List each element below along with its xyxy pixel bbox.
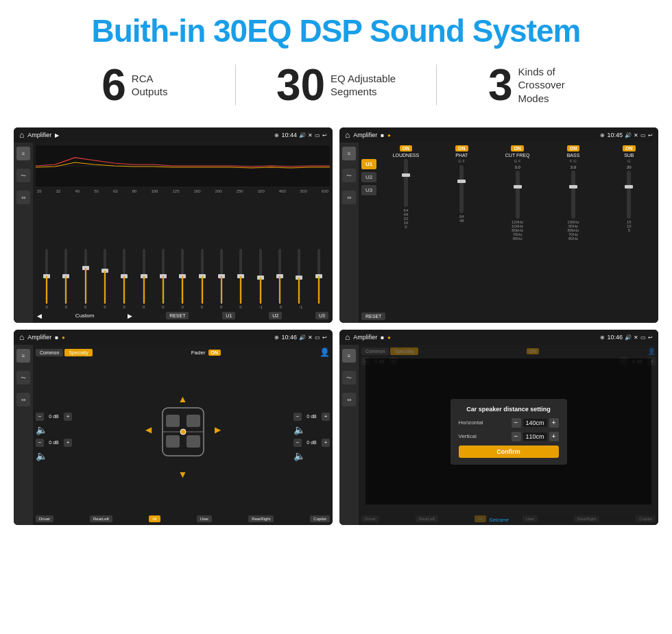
x-icon-3[interactable]: ✕ [308, 334, 313, 341]
horizontal-minus[interactable]: − [512, 418, 521, 428]
speaker-icon-left-top: 🔈 [36, 424, 47, 435]
screen-3: ⌂ Amplifier ■ ● ⊕ 10:46 🔊 ✕ ▭ ↩ ≡ 〜 ⇔ [14, 330, 333, 525]
home-icon-2[interactable]: ⌂ [345, 130, 350, 140]
plus-lt[interactable]: + [64, 413, 72, 421]
ch-phat: ON PHAT G F 64 48 [435, 145, 488, 310]
eq-u3-btn[interactable]: U3 [315, 312, 328, 319]
slider-25[interactable] [37, 249, 56, 304]
driver-btn[interactable]: Driver [36, 515, 53, 522]
slider-40[interactable] [76, 249, 95, 304]
tab-common-3[interactable]: Common [36, 349, 63, 356]
slider-630[interactable] [309, 249, 328, 304]
back-icon-4[interactable]: ↩ [648, 334, 653, 341]
plus-rt[interactable]: + [322, 413, 330, 421]
eq-next-btn[interactable]: ▶ [128, 313, 132, 319]
eq-reset-btn[interactable]: RESET [166, 312, 189, 319]
slider-160[interactable] [193, 249, 212, 304]
slider-50[interactable] [95, 249, 115, 304]
eq-prev-btn[interactable]: ◀ [37, 313, 42, 319]
sidebar2-btn-wave[interactable]: 〜 [342, 169, 356, 182]
confirm-button[interactable]: Confirm [459, 446, 559, 458]
horizontal-plus[interactable]: + [549, 418, 559, 428]
home-icon-1[interactable]: ⌂ [19, 130, 24, 140]
stat-crossover: 3 Kinds ofCrossover Modes [444, 63, 631, 107]
slider-100[interactable] [154, 249, 173, 304]
slider-80[interactable] [134, 249, 154, 304]
sidebar4-btn-eq[interactable]: ≡ [342, 349, 356, 363]
vol-icon-2: 🔊 [625, 132, 632, 138]
sidebar4-btn-arrows[interactable]: ⇔ [342, 393, 356, 406]
back-icon-2[interactable]: ↩ [648, 132, 653, 138]
fader-up[interactable]: ▲ [178, 393, 188, 404]
tab-specialty-3[interactable]: Specialty [64, 349, 92, 356]
back-icon-1[interactable]: ↩ [322, 132, 327, 138]
u3-preset[interactable]: U3 [361, 185, 376, 195]
minus-rb[interactable]: − [293, 439, 302, 447]
vertical-minus[interactable]: − [512, 432, 521, 441]
stat-label-crossover: Kinds ofCrossover Modes [518, 65, 586, 106]
ch-left-top: − 0 dB + [36, 413, 72, 421]
play-icon-1: ▶ [55, 132, 59, 138]
seicane-watermark: Seicane [489, 517, 509, 523]
fader-down[interactable]: ▼ [178, 469, 188, 480]
back-icon-3[interactable]: ↩ [322, 334, 327, 341]
x-icon-4[interactable]: ✕ [634, 334, 638, 341]
fader-left[interactable]: ◀ [145, 425, 152, 435]
sidebar3-btn-arrows[interactable]: ⇔ [16, 393, 30, 406]
sidebar-btn-eq[interactable]: ≡ [16, 147, 30, 160]
sidebar2-btn-eq[interactable]: ≡ [342, 147, 356, 160]
rearright-btn[interactable]: RearRight [248, 515, 274, 522]
sidebar-btn-arrows[interactable]: ⇔ [16, 191, 30, 204]
plus-rb[interactable]: + [322, 439, 330, 447]
slider-200[interactable] [212, 249, 231, 304]
page-header: Buith-in 30EQ DSP Sound System [0, 0, 672, 56]
plus-lb[interactable]: + [64, 439, 72, 447]
window-icon-4[interactable]: ▭ [640, 334, 646, 341]
slider-32[interactable] [56, 249, 75, 304]
slider-500[interactable] [289, 249, 309, 304]
minus-lb[interactable]: − [36, 439, 44, 447]
minus-rt[interactable]: − [293, 413, 302, 421]
slider-400[interactable] [270, 249, 289, 304]
u2-preset[interactable]: U2 [361, 172, 376, 182]
fader-right[interactable]: ▶ [215, 425, 221, 435]
window-icon-3[interactable]: ▭ [315, 334, 320, 341]
slider-320[interactable] [251, 249, 270, 304]
all-btn[interactable]: All [149, 515, 160, 522]
eq-panel: 25 32 40 50 63 80 100 125 160 200 250 32… [33, 143, 333, 323]
window-icon-1[interactable]: ▭ [315, 132, 320, 138]
user-btn[interactable]: User [197, 515, 213, 522]
eq-u2-btn[interactable]: U2 [269, 312, 282, 319]
sidebar-btn-wave[interactable]: 〜 [16, 169, 30, 182]
horizontal-label: Horizontal [459, 419, 483, 426]
speaker-icon-right-top: 🔈 [293, 424, 305, 435]
amp-reset-btn[interactable]: RESET [361, 313, 385, 320]
slider-125[interactable] [173, 249, 192, 304]
sidebar2-btn-arrows[interactable]: ⇔ [342, 191, 356, 204]
eq-u1-btn[interactable]: U1 [222, 312, 235, 319]
x-icon-1[interactable]: ✕ [308, 132, 313, 138]
sidebar3-btn-wave[interactable]: 〜 [16, 371, 30, 385]
copilot-btn[interactable]: Copilot [310, 515, 330, 522]
slider-63[interactable] [115, 249, 134, 304]
u1-preset[interactable]: U1 [361, 159, 376, 169]
user-icon-3[interactable]: 👤 [320, 348, 330, 357]
dialog-panel: Common Specialty ON 👤 − 0 dB + [359, 345, 658, 525]
rearleft-btn[interactable]: RearLeft [90, 515, 112, 522]
minus-lt[interactable]: − [36, 413, 44, 421]
vertical-plus[interactable]: + [549, 432, 559, 441]
window-icon-2[interactable]: ▭ [640, 132, 646, 138]
sidebar4-btn-wave[interactable]: 〜 [342, 371, 356, 385]
ch-left-bot: − 0 dB + [36, 439, 72, 447]
slider-250[interactable] [231, 249, 250, 304]
home-icon-3[interactable]: ⌂ [19, 332, 24, 342]
preset-col: U1 U2 U3 [361, 145, 376, 310]
eq-sliders [36, 195, 330, 304]
speaker-icon-left-bot: 🔈 [36, 450, 47, 461]
stat-label-rca: RCAOutputs [132, 72, 168, 99]
sidebar3-btn-eq[interactable]: ≡ [16, 349, 30, 363]
home-icon-4[interactable]: ⌂ [345, 332, 350, 342]
time-3: 10:46 [281, 334, 297, 341]
x-icon-2[interactable]: ✕ [634, 132, 638, 138]
divider-1 [235, 64, 236, 106]
